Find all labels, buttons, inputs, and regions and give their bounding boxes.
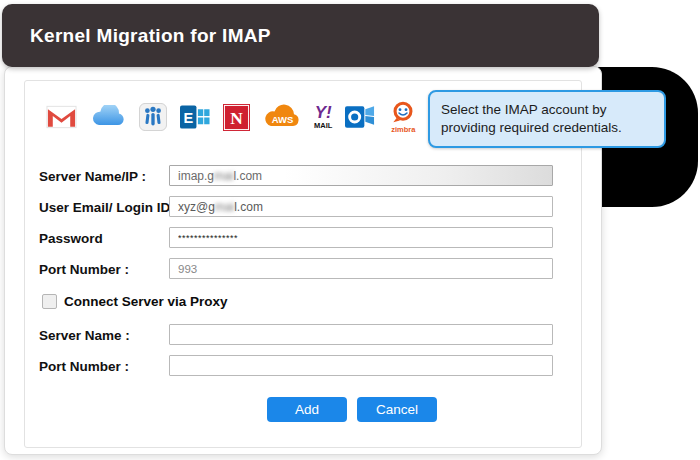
yahoo-mail-label: MAIL	[314, 122, 332, 130]
aws-icon: AWS	[263, 104, 301, 130]
yahoo-glyph: Y!	[315, 104, 332, 121]
provider-icloud[interactable]	[90, 105, 126, 129]
proxy-server-name-input[interactable]	[169, 324, 553, 345]
title-bar: Kernel Migration for IMAP	[2, 4, 599, 67]
row-user-email: User Email/ Login ID: xyz@gmail.com	[25, 196, 581, 218]
row-password: Password	[25, 227, 581, 249]
exchange-icon: E	[180, 103, 210, 131]
user-email-input[interactable]: xyz@gmail.com	[169, 196, 553, 217]
provider-aws[interactable]: AWS	[263, 104, 301, 130]
provider-exchange[interactable]: E	[180, 103, 210, 131]
port-label: Port Number :	[39, 258, 129, 280]
row-port: Port Number :	[25, 258, 581, 280]
provider-novell[interactable]: N	[223, 104, 250, 131]
provider-yahoo-mail[interactable]: Y! MAIL	[314, 104, 332, 130]
provider-outlook[interactable]	[345, 103, 375, 131]
row-proxy-port: Port Number :	[25, 355, 581, 377]
imap-tooltip: Select the IMAP account by providing req…	[428, 90, 666, 148]
proxy-checkbox[interactable]	[42, 294, 57, 309]
svg-text:N: N	[230, 109, 243, 128]
provider-ibm-notes[interactable]	[139, 103, 167, 131]
proxy-checkbox-label: Connect Server via Proxy	[64, 294, 228, 309]
cancel-button[interactable]: Cancel	[357, 397, 437, 422]
svg-text:AWS: AWS	[272, 114, 294, 125]
row-proxy-server-name: Server Name :	[25, 324, 581, 346]
zimbra-label: zimbra	[391, 126, 415, 134]
row-server-name-ip: Server Name/IP : imap.gmail.com	[25, 165, 581, 187]
novell-icon: N	[223, 104, 250, 131]
proxy-port-label: Port Number :	[39, 355, 129, 377]
icloud-icon	[90, 105, 126, 129]
tooltip-text: Select the IMAP account by providing req…	[441, 102, 622, 135]
proxy-port-input[interactable]	[169, 355, 553, 376]
zimbra-icon	[388, 101, 418, 125]
port-input[interactable]	[169, 258, 553, 279]
blurred-text: mai	[214, 169, 233, 183]
svg-text:E: E	[183, 110, 193, 126]
gmail-icon	[46, 105, 77, 129]
server-name-ip-input[interactable]: imap.gmail.com	[169, 165, 553, 186]
password-label: Password	[39, 227, 103, 249]
server-name-ip-label: Server Name/IP :	[39, 165, 146, 187]
provider-gmail[interactable]	[46, 105, 77, 129]
row-proxy-checkbox: Connect Server via Proxy	[25, 293, 581, 309]
provider-icons-row: E N AWS	[46, 97, 457, 137]
provider-zimbra[interactable]: zimbra	[388, 101, 418, 134]
add-button[interactable]: Add	[267, 397, 347, 422]
blurred-text: mai	[215, 200, 234, 214]
proxy-server-name-label: Server Name :	[39, 324, 130, 346]
password-input[interactable]	[169, 227, 553, 248]
ibm-notes-icon	[139, 103, 167, 131]
outlook-icon	[345, 103, 375, 131]
page-title: Kernel Migration for IMAP	[2, 25, 271, 47]
user-email-label: User Email/ Login ID:	[39, 196, 175, 218]
